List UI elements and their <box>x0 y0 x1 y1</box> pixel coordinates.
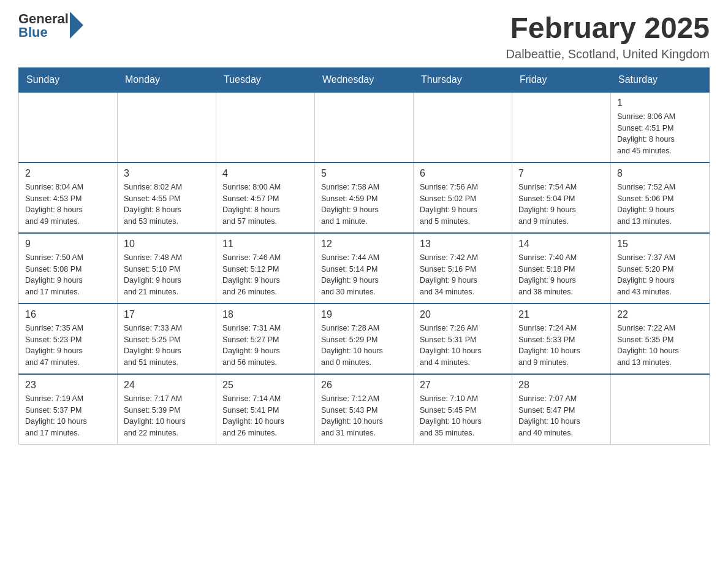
title-area: February 2025 Dalbeattie, Scotland, Unit… <box>506 12 710 61</box>
calendar-cell: 6Sunrise: 7:56 AMSunset: 5:02 PMDaylight… <box>414 163 512 233</box>
calendar-cell: 24Sunrise: 7:17 AMSunset: 5:39 PMDayligh… <box>118 374 216 445</box>
calendar-cell: 25Sunrise: 7:14 AMSunset: 5:41 PMDayligh… <box>216 374 315 445</box>
calendar-cell <box>118 92 216 163</box>
day-info: Sunrise: 7:17 AMSunset: 5:39 PMDaylight:… <box>124 393 210 439</box>
weekday-header-wednesday: Wednesday <box>315 67 414 92</box>
day-number: 4 <box>222 168 308 179</box>
page-header: General Blue February 2025 Dalbeattie, S… <box>18 12 710 61</box>
day-number: 14 <box>518 239 604 250</box>
day-info: Sunrise: 8:02 AMSunset: 4:55 PMDaylight:… <box>124 182 210 228</box>
calendar-cell: 16Sunrise: 7:35 AMSunset: 5:23 PMDayligh… <box>19 304 118 374</box>
calendar-cell: 17Sunrise: 7:33 AMSunset: 5:25 PMDayligh… <box>118 304 216 374</box>
day-info: Sunrise: 7:37 AMSunset: 5:20 PMDaylight:… <box>617 252 703 298</box>
calendar-cell <box>315 92 414 163</box>
day-number: 8 <box>617 168 703 179</box>
calendar-cell: 10Sunrise: 7:48 AMSunset: 5:10 PMDayligh… <box>118 233 216 304</box>
week-row-5: 23Sunrise: 7:19 AMSunset: 5:37 PMDayligh… <box>19 374 710 445</box>
day-number: 28 <box>518 380 604 391</box>
weekday-header-monday: Monday <box>118 67 216 92</box>
day-info: Sunrise: 7:26 AMSunset: 5:31 PMDaylight:… <box>420 323 506 369</box>
logo-general: General <box>18 12 69 26</box>
day-number: 21 <box>518 309 604 320</box>
day-number: 24 <box>124 380 210 391</box>
calendar-cell: 8Sunrise: 7:52 AMSunset: 5:06 PMDaylight… <box>611 163 710 233</box>
day-number: 17 <box>124 309 210 320</box>
calendar-cell <box>19 92 118 163</box>
calendar-cell: 19Sunrise: 7:28 AMSunset: 5:29 PMDayligh… <box>315 304 414 374</box>
day-number: 5 <box>321 168 407 179</box>
calendar-cell: 11Sunrise: 7:46 AMSunset: 5:12 PMDayligh… <box>216 233 315 304</box>
day-number: 7 <box>518 168 604 179</box>
calendar-cell <box>216 92 315 163</box>
day-info: Sunrise: 7:56 AMSunset: 5:02 PMDaylight:… <box>420 182 506 228</box>
calendar-cell: 18Sunrise: 7:31 AMSunset: 5:27 PMDayligh… <box>216 304 315 374</box>
week-row-2: 2Sunrise: 8:04 AMSunset: 4:53 PMDaylight… <box>19 163 710 233</box>
day-info: Sunrise: 8:00 AMSunset: 4:57 PMDaylight:… <box>222 182 308 228</box>
day-number: 27 <box>420 380 506 391</box>
day-number: 10 <box>124 239 210 250</box>
day-number: 2 <box>25 168 111 179</box>
day-info: Sunrise: 7:31 AMSunset: 5:27 PMDaylight:… <box>222 323 308 369</box>
logo: General Blue <box>18 12 83 39</box>
calendar-cell: 1Sunrise: 8:06 AMSunset: 4:51 PMDaylight… <box>611 92 710 163</box>
day-number: 1 <box>617 98 703 109</box>
weekday-header-sunday: Sunday <box>19 67 118 92</box>
day-info: Sunrise: 7:24 AMSunset: 5:33 PMDaylight:… <box>518 323 604 369</box>
weekday-header-thursday: Thursday <box>414 67 512 92</box>
calendar-cell: 20Sunrise: 7:26 AMSunset: 5:31 PMDayligh… <box>414 304 512 374</box>
weekday-header-friday: Friday <box>512 67 611 92</box>
week-row-1: 1Sunrise: 8:06 AMSunset: 4:51 PMDaylight… <box>19 92 710 163</box>
logo-arrow-icon <box>70 12 83 39</box>
calendar-cell: 12Sunrise: 7:44 AMSunset: 5:14 PMDayligh… <box>315 233 414 304</box>
calendar-cell: 15Sunrise: 7:37 AMSunset: 5:20 PMDayligh… <box>611 233 710 304</box>
day-number: 11 <box>222 239 308 250</box>
day-number: 15 <box>617 239 703 250</box>
day-number: 19 <box>321 309 407 320</box>
day-info: Sunrise: 7:19 AMSunset: 5:37 PMDaylight:… <box>25 393 111 439</box>
day-info: Sunrise: 8:06 AMSunset: 4:51 PMDaylight:… <box>617 111 703 157</box>
weekday-header-tuesday: Tuesday <box>216 67 315 92</box>
day-info: Sunrise: 7:58 AMSunset: 4:59 PMDaylight:… <box>321 182 407 228</box>
day-info: Sunrise: 7:14 AMSunset: 5:41 PMDaylight:… <box>222 393 308 439</box>
day-info: Sunrise: 8:04 AMSunset: 4:53 PMDaylight:… <box>25 182 111 228</box>
calendar-cell: 22Sunrise: 7:22 AMSunset: 5:35 PMDayligh… <box>611 304 710 374</box>
calendar-table: SundayMondayTuesdayWednesdayThursdayFrid… <box>18 67 710 445</box>
calendar-cell: 26Sunrise: 7:12 AMSunset: 5:43 PMDayligh… <box>315 374 414 445</box>
calendar-cell <box>512 92 611 163</box>
calendar-cell: 2Sunrise: 8:04 AMSunset: 4:53 PMDaylight… <box>19 163 118 233</box>
day-info: Sunrise: 7:46 AMSunset: 5:12 PMDaylight:… <box>222 252 308 298</box>
day-info: Sunrise: 7:22 AMSunset: 5:35 PMDaylight:… <box>617 323 703 369</box>
day-number: 23 <box>25 380 111 391</box>
day-number: 3 <box>124 168 210 179</box>
calendar-cell: 13Sunrise: 7:42 AMSunset: 5:16 PMDayligh… <box>414 233 512 304</box>
calendar-cell: 7Sunrise: 7:54 AMSunset: 5:04 PMDaylight… <box>512 163 611 233</box>
day-info: Sunrise: 7:35 AMSunset: 5:23 PMDaylight:… <box>25 323 111 369</box>
calendar-title: February 2025 <box>506 12 710 45</box>
day-number: 18 <box>222 309 308 320</box>
calendar-cell: 14Sunrise: 7:40 AMSunset: 5:18 PMDayligh… <box>512 233 611 304</box>
day-number: 16 <box>25 309 111 320</box>
day-info: Sunrise: 7:54 AMSunset: 5:04 PMDaylight:… <box>518 182 604 228</box>
calendar-cell: 3Sunrise: 8:02 AMSunset: 4:55 PMDaylight… <box>118 163 216 233</box>
day-info: Sunrise: 7:52 AMSunset: 5:06 PMDaylight:… <box>617 182 703 228</box>
calendar-cell <box>611 374 710 445</box>
day-number: 25 <box>222 380 308 391</box>
day-info: Sunrise: 7:10 AMSunset: 5:45 PMDaylight:… <box>420 393 506 439</box>
day-info: Sunrise: 7:33 AMSunset: 5:25 PMDaylight:… <box>124 323 210 369</box>
day-info: Sunrise: 7:42 AMSunset: 5:16 PMDaylight:… <box>420 252 506 298</box>
day-info: Sunrise: 7:50 AMSunset: 5:08 PMDaylight:… <box>25 252 111 298</box>
calendar-cell: 23Sunrise: 7:19 AMSunset: 5:37 PMDayligh… <box>19 374 118 445</box>
calendar-cell: 9Sunrise: 7:50 AMSunset: 5:08 PMDaylight… <box>19 233 118 304</box>
calendar-cell: 4Sunrise: 8:00 AMSunset: 4:57 PMDaylight… <box>216 163 315 233</box>
day-info: Sunrise: 7:12 AMSunset: 5:43 PMDaylight:… <box>321 393 407 439</box>
day-number: 9 <box>25 239 111 250</box>
week-row-4: 16Sunrise: 7:35 AMSunset: 5:23 PMDayligh… <box>19 304 710 374</box>
calendar-cell: 21Sunrise: 7:24 AMSunset: 5:33 PMDayligh… <box>512 304 611 374</box>
calendar-cell: 28Sunrise: 7:07 AMSunset: 5:47 PMDayligh… <box>512 374 611 445</box>
day-number: 12 <box>321 239 407 250</box>
day-number: 26 <box>321 380 407 391</box>
day-info: Sunrise: 7:48 AMSunset: 5:10 PMDaylight:… <box>124 252 210 298</box>
calendar-subtitle: Dalbeattie, Scotland, United Kingdom <box>506 47 710 61</box>
day-number: 22 <box>617 309 703 320</box>
calendar-cell <box>414 92 512 163</box>
